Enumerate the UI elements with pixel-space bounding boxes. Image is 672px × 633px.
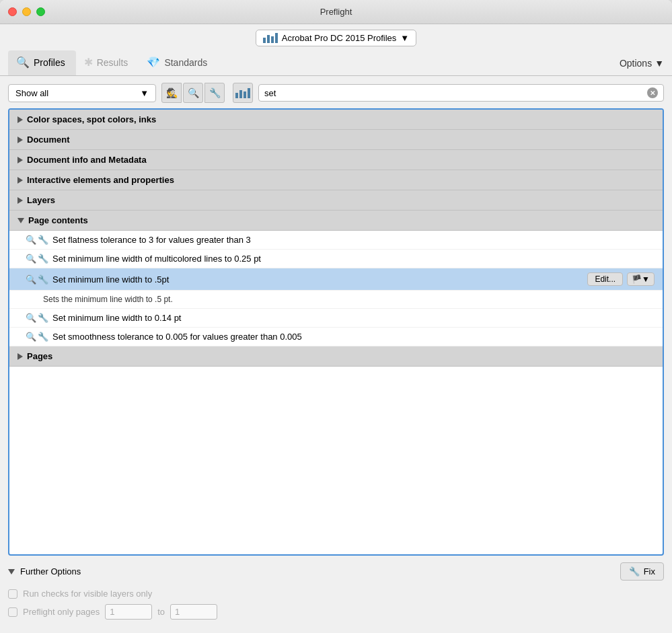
bottom-options: Run checks for visible layers only Prefl… — [8, 585, 664, 626]
tab-results[interactable]: ✱ Results — [76, 50, 139, 75]
tab-profiles[interactable]: 🔍 Profiles — [8, 50, 76, 75]
options-button[interactable]: Options ▼ — [620, 58, 664, 69]
window-title: Preflight — [320, 7, 352, 17]
section-layers[interactable]: Layers — [9, 190, 663, 211]
preflight-pages-checkbox[interactable] — [8, 607, 17, 617]
tab-standards-label: Standards — [164, 57, 207, 68]
tree-item-3[interactable]: 🔍 🔧 Set minimum line width to .5pt Edit.… — [9, 268, 663, 291]
section-document-info-label: Document info and Metadata — [27, 155, 147, 165]
show-all-select[interactable]: Show all ▼ — [8, 84, 156, 102]
item2-magnify-icon: 🔍 — [26, 254, 36, 264]
section-interactive[interactable]: Interactive elements and properties — [9, 170, 663, 190]
section-page-contents-label: Page contents — [28, 215, 88, 225]
section-page-contents-triangle — [17, 218, 24, 223]
chart-icon-btn[interactable] — [233, 83, 253, 103]
filter-search-icon-btn[interactable]: 🔍 — [183, 83, 203, 103]
filter-icons-group: 🕵️ 🔍 🔧 — [161, 83, 225, 103]
search-input[interactable] — [264, 88, 647, 98]
section-interactive-triangle — [17, 177, 23, 184]
item3-icons: 🔍 🔧 — [26, 274, 48, 285]
tab-results-label: Results — [97, 57, 128, 68]
filter-magnify-icon: 🔍 — [188, 87, 199, 98]
visible-layers-checkbox[interactable] — [8, 589, 17, 599]
item4-magnify-icon: 🔍 — [26, 313, 36, 323]
options-label: Options — [620, 58, 652, 69]
close-button[interactable] — [8, 7, 17, 16]
section-pages-triangle — [17, 353, 23, 360]
item3-wrench-icon: 🔧 — [38, 274, 48, 285]
flag-button[interactable]: 🏴▼ — [627, 272, 655, 286]
options-arrow-icon: ▼ — [655, 58, 664, 69]
item2-icons: 🔍 🔧 — [26, 254, 48, 264]
section-interactive-label: Interactive elements and properties — [27, 175, 174, 185]
section-document-info[interactable]: Document info and Metadata — [9, 150, 663, 170]
item2-wrench-icon: 🔧 — [38, 254, 48, 264]
section-pages-label: Pages — [27, 351, 52, 361]
item5-magnify-icon: 🔍 — [26, 332, 36, 342]
page-to-input[interactable] — [170, 604, 217, 620]
item3-label: Set minimum line width to .5pt — [52, 274, 583, 285]
item1-wrench-icon: 🔧 — [38, 235, 48, 245]
filter-row: Show all ▼ 🕵️ 🔍 🔧 — [8, 83, 664, 103]
item5-icons: 🔍 🔧 — [26, 332, 48, 342]
tab-standards[interactable]: 💎 Standards — [139, 50, 218, 75]
further-options-row: Further Options 🔧 Fix — [8, 556, 664, 585]
item3-magnify-icon: 🔍 — [26, 274, 36, 285]
section-document[interactable]: Document — [9, 130, 663, 150]
item5-label: Set smoothness tolerance to 0.005 for va… — [52, 332, 655, 342]
edit-button[interactable]: Edit... — [587, 272, 623, 286]
profiles-tab-icon: 🔍 — [16, 56, 30, 69]
section-document-info-triangle — [17, 157, 23, 163]
tree-item-5[interactable]: 🔍 🔧 Set smoothness tolerance to 0.005 fo… — [9, 328, 663, 346]
filter-edit-icon: 🕵️ — [166, 87, 178, 98]
show-all-label: Show all — [15, 88, 48, 98]
window-controls — [8, 7, 45, 16]
profile-dropdown[interactable]: Acrobat Pro DC 2015 Profiles ▼ — [256, 30, 416, 46]
search-clear-button[interactable]: ✕ — [647, 87, 658, 98]
maximize-button[interactable] — [36, 7, 45, 16]
section-color-spaces-triangle — [17, 116, 23, 123]
search-box: ✕ — [258, 84, 664, 102]
dropdown-arrow-icon: ▼ — [400, 33, 409, 43]
section-document-label: Document — [27, 135, 70, 145]
visible-layers-row: Run checks for visible layers only — [8, 589, 664, 599]
further-options-triangle[interactable] — [8, 569, 15, 574]
section-document-triangle — [17, 137, 23, 143]
section-color-spaces[interactable]: Color spaces, spot colors, inks — [9, 110, 663, 130]
section-layers-triangle — [17, 197, 23, 204]
filter-edit-icon-btn[interactable]: 🕵️ — [161, 83, 182, 103]
further-options-label[interactable]: Further Options — [20, 566, 81, 576]
item4-label: Set minimum line width to 0.14 pt — [52, 313, 655, 323]
filter-wrench-icon-btn[interactable]: 🔧 — [204, 83, 225, 103]
show-all-arrow-icon: ▼ — [140, 88, 149, 98]
main-content: Show all ▼ 🕵️ 🔍 🔧 — [0, 76, 672, 633]
fix-wrench-icon: 🔧 — [629, 566, 640, 576]
preflight-pages-row: Preflight only pages to — [8, 604, 664, 620]
tree-panel: Color spaces, spot colors, inks Document… — [8, 108, 664, 556]
visible-layers-label: Run checks for visible layers only — [23, 589, 152, 599]
to-label: to — [157, 607, 165, 617]
item4-icons: 🔍 🔧 — [26, 313, 48, 323]
fix-button[interactable]: 🔧 Fix — [620, 562, 664, 581]
bar-chart-icon — [263, 33, 278, 43]
tab-profiles-label: Profiles — [34, 57, 65, 68]
standards-tab-icon: 💎 — [147, 56, 160, 69]
item1-icons: 🔍 🔧 — [26, 235, 48, 245]
section-color-spaces-label: Color spaces, spot colors, inks — [27, 114, 156, 124]
minimize-button[interactable] — [22, 7, 31, 16]
tree-item-1[interactable]: 🔍 🔧 Set flatness tolerance to 3 for valu… — [9, 231, 663, 250]
tree-item-2[interactable]: 🔍 🔧 Set minimum line width of multicolor… — [9, 250, 663, 268]
item1-label: Set flatness tolerance to 3 for values g… — [52, 235, 655, 245]
main-window: Preflight Acrobat Pro DC 2015 Profiles ▼… — [0, 0, 672, 633]
fix-label: Fix — [644, 566, 655, 576]
item4-wrench-icon: 🔧 — [38, 313, 48, 323]
preflight-pages-label: Preflight only pages — [23, 607, 100, 617]
section-layers-label: Layers — [27, 195, 55, 205]
section-page-contents[interactable]: Page contents — [9, 211, 663, 231]
tabs-row: 🔍 Profiles ✱ Results 💎 Standards Options… — [0, 50, 672, 76]
profile-dropdown-label: Acrobat Pro DC 2015 Profiles — [282, 33, 397, 43]
tree-item-4[interactable]: 🔍 🔧 Set minimum line width to 0.14 pt — [9, 309, 663, 328]
section-pages[interactable]: Pages — [9, 346, 663, 367]
page-from-input[interactable] — [105, 604, 152, 620]
item1-magnify-icon: 🔍 — [26, 235, 36, 245]
